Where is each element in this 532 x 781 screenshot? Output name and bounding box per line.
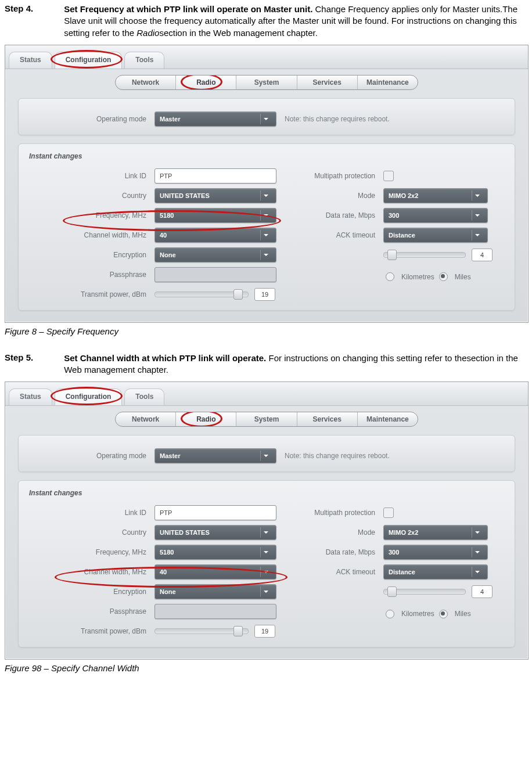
mode-label: Mode [276, 192, 383, 200]
slider-thumb[interactable] [233, 289, 243, 300]
instant-changes-title: Instant changes [29, 489, 503, 497]
mode-value: MIMO 2x2 [389, 192, 418, 199]
tx-power-slider[interactable] [154, 628, 249, 634]
radio-kilometres[interactable] [386, 610, 394, 618]
country-value: UNITED STATES [160, 529, 210, 536]
ack-select[interactable]: Distance [383, 228, 488, 243]
country-select[interactable]: UNITED STATES [154, 188, 276, 203]
distance-slider[interactable] [383, 252, 466, 258]
tx-power-value[interactable]: 19 [254, 625, 275, 638]
radio-miles[interactable] [439, 610, 448, 618]
sub-tab-bar: Network Radio System Services Maintenanc… [115, 412, 418, 427]
subtab-services[interactable]: Services [297, 75, 358, 89]
chevron-down-icon [472, 527, 483, 538]
step5-title: Set Channel width at which PTP link will… [64, 353, 266, 363]
channel-width-label: Channel width, MHz [30, 568, 154, 576]
multipath-label: Multipath protection [276, 172, 383, 180]
multipath-checkbox[interactable] [383, 171, 394, 181]
subtab-radio-label: Radio [196, 415, 215, 423]
link-id-label: Link ID [30, 509, 154, 517]
multipath-checkbox[interactable] [383, 508, 394, 518]
slider-thumb[interactable] [233, 626, 243, 636]
chevron-down-icon [260, 230, 271, 240]
frequency-label: Frequency, MHz [30, 211, 154, 219]
subtab-system[interactable]: System [236, 75, 297, 89]
ack-value: Distance [389, 568, 415, 575]
subtab-network[interactable]: Network [116, 412, 176, 426]
chevron-down-icon [260, 527, 271, 538]
data-rate-value: 300 [389, 549, 399, 556]
encryption-select[interactable]: None [154, 584, 276, 599]
distance-value[interactable]: 4 [472, 585, 493, 598]
tab-tools[interactable]: Tools [124, 52, 164, 69]
tab-tools[interactable]: Tools [124, 388, 164, 405]
left-column: Link ID PTP Country UNITED STATES Freque… [30, 166, 276, 304]
channel-width-value: 40 [160, 232, 167, 239]
operating-mode-select[interactable]: Master [154, 111, 276, 127]
passphrase-input[interactable] [154, 604, 276, 619]
operating-mode-label: Operating mode [30, 452, 154, 460]
subtab-services[interactable]: Services [297, 412, 358, 426]
slider-thumb[interactable] [387, 250, 397, 260]
frequency-select[interactable]: 5180 [154, 208, 276, 223]
step4-italic: Radio [136, 28, 159, 38]
radio-miles[interactable] [439, 272, 448, 281]
screenshot-frequency: Status Configuration Tools Network Radio… [5, 45, 529, 323]
tx-power-value[interactable]: 19 [254, 288, 275, 301]
chevron-down-icon [260, 586, 271, 597]
tab-status[interactable]: Status [9, 388, 52, 405]
data-rate-select[interactable]: 300 [383, 545, 488, 560]
encryption-select[interactable]: None [154, 247, 276, 262]
distance-slider[interactable] [383, 589, 466, 595]
link-id-input[interactable]: PTP [154, 168, 276, 183]
operating-mode-panel: Operating mode Master Note: this change … [18, 98, 515, 135]
tab-status[interactable]: Status [9, 52, 52, 69]
channel-width-select[interactable]: 40 [154, 564, 276, 580]
channel-width-select[interactable]: 40 [154, 228, 276, 243]
subtab-network[interactable]: Network [116, 75, 176, 89]
screenshot-channel-width: Status Configuration Tools Network Radio… [5, 381, 529, 660]
subtab-radio[interactable]: Radio [176, 412, 236, 426]
tx-power-slider[interactable] [154, 291, 249, 297]
chevron-down-icon [260, 547, 271, 557]
subtab-system[interactable]: System [236, 412, 297, 426]
mode-select[interactable]: MIMO 2x2 [383, 525, 488, 540]
distance-value[interactable]: 4 [472, 249, 493, 261]
frequency-label: Frequency, MHz [30, 548, 154, 556]
distance-unit-radios: Kilometres Miles [386, 610, 471, 618]
figure1-caption: Figure 8 – Specify Frequency [5, 326, 527, 336]
distance-unit-radios: Kilometres Miles [386, 272, 471, 281]
slider-thumb[interactable] [387, 586, 397, 597]
operating-mode-select[interactable]: Master [154, 448, 276, 463]
link-id-input[interactable]: PTP [154, 505, 276, 520]
data-rate-select[interactable]: 300 [383, 208, 488, 223]
tab-configuration[interactable]: Configuration [55, 52, 123, 69]
chevron-down-icon [472, 210, 483, 221]
operating-mode-value: Master [160, 116, 180, 123]
operating-mode-panel: Operating mode Master Note: this change … [18, 435, 515, 472]
chevron-down-icon [260, 451, 271, 461]
tab-configuration-label: Configuration [66, 393, 112, 401]
mode-select[interactable]: MIMO 2x2 [383, 188, 488, 203]
step4-block: Step 4. Set Frequency at which PTP link … [5, 3, 527, 39]
ack-select[interactable]: Distance [383, 564, 488, 580]
link-id-value: PTP [160, 172, 172, 179]
country-select[interactable]: UNITED STATES [154, 525, 276, 540]
left-column: Link ID PTP Country UNITED STATES Freque… [30, 503, 276, 641]
top-tabs: Status Configuration Tools [5, 45, 528, 69]
chevron-down-icon [260, 250, 271, 260]
radio-miles-label: Miles [455, 610, 471, 618]
passphrase-input[interactable] [154, 267, 276, 282]
frequency-value: 5180 [160, 212, 174, 219]
tab-configuration[interactable]: Configuration [55, 388, 123, 405]
chevron-down-icon [260, 190, 271, 201]
frequency-select[interactable]: 5180 [154, 545, 276, 560]
passphrase-label: Passphrase [30, 271, 154, 279]
subtab-maintenance[interactable]: Maintenance [358, 75, 418, 89]
subtab-maintenance[interactable]: Maintenance [358, 412, 418, 426]
tx-power-label: Transmit power, dBm [30, 290, 154, 298]
subtab-radio[interactable]: Radio [176, 75, 236, 89]
radio-kilometres[interactable] [386, 272, 394, 281]
channel-width-label: Channel width, MHz [30, 231, 154, 239]
data-rate-label: Data rate, Mbps [276, 548, 383, 556]
